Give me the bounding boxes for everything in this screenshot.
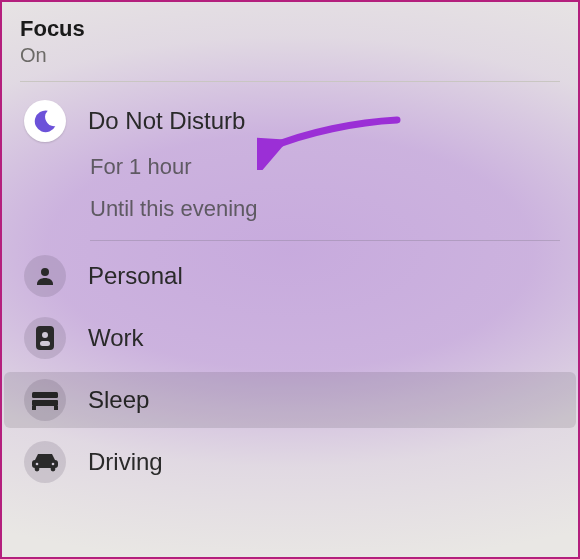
focus-row-personal[interactable]: Personal xyxy=(20,245,560,307)
moon-icon xyxy=(24,100,66,142)
car-icon xyxy=(24,441,66,483)
focus-row-sleep[interactable]: Sleep xyxy=(20,369,560,431)
dnd-duration-options: For 1 hour Until this evening xyxy=(20,146,560,230)
focus-row-driving[interactable]: Driving xyxy=(20,431,560,493)
page-title: Focus xyxy=(20,16,560,42)
bed-icon xyxy=(24,379,66,421)
svg-point-12 xyxy=(52,463,55,466)
badge-icon xyxy=(24,317,66,359)
svg-point-2 xyxy=(42,332,48,338)
svg-rect-4 xyxy=(32,392,58,398)
focus-row-label: Sleep xyxy=(88,386,149,414)
dnd-option-evening[interactable]: Until this evening xyxy=(90,188,560,230)
dnd-option-1hour[interactable]: For 1 hour xyxy=(90,146,560,188)
svg-point-10 xyxy=(51,467,56,472)
svg-rect-5 xyxy=(32,400,58,406)
focus-row-work[interactable]: Work xyxy=(20,307,560,369)
svg-rect-3 xyxy=(40,341,50,346)
panel-header: Focus On xyxy=(20,16,560,67)
svg-point-11 xyxy=(36,463,39,466)
divider xyxy=(90,240,560,241)
svg-rect-7 xyxy=(54,406,58,410)
svg-rect-6 xyxy=(32,406,36,410)
focus-row-do-not-disturb[interactable]: Do Not Disturb xyxy=(20,82,560,146)
focus-row-label: Personal xyxy=(88,262,183,290)
svg-point-9 xyxy=(35,467,40,472)
svg-point-0 xyxy=(41,268,49,276)
focus-status: On xyxy=(20,44,560,67)
person-icon xyxy=(24,255,66,297)
focus-row-label: Driving xyxy=(88,448,163,476)
focus-row-label: Work xyxy=(88,324,144,352)
focus-row-label: Do Not Disturb xyxy=(88,107,245,135)
focus-panel: Focus On Do Not Disturb For 1 hour Until… xyxy=(2,2,578,493)
